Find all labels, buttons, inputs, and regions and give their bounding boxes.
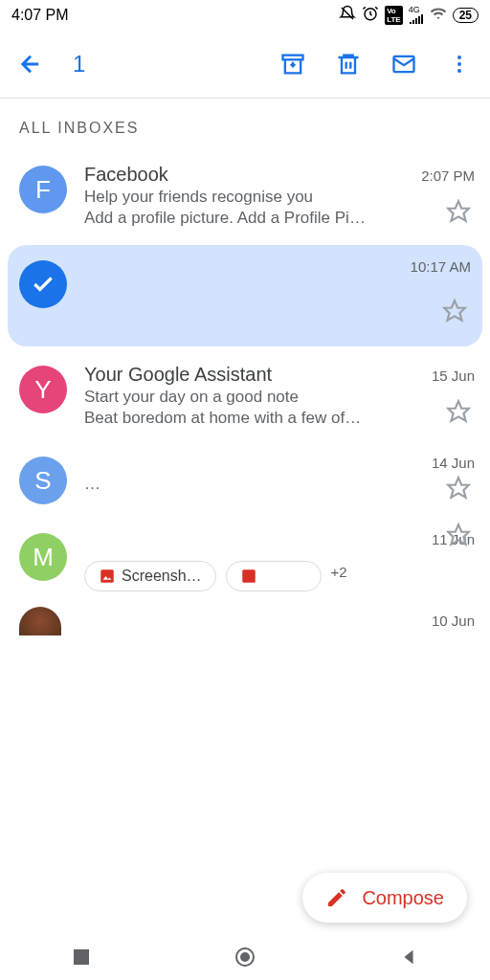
email-row[interactable]: S 14 Jun …: [0, 441, 490, 518]
time: 14 Jun: [432, 455, 475, 471]
app-bar: 1: [0, 31, 490, 98]
avatar[interactable]: M: [19, 533, 67, 581]
nav-back[interactable]: [380, 934, 437, 980]
svg-rect-11: [242, 569, 256, 583]
avatar[interactable]: S: [19, 457, 67, 504]
status-icons: VoLTE 4G 25: [339, 5, 479, 26]
nav-home[interactable]: [216, 934, 274, 980]
delete-button[interactable]: [325, 41, 371, 87]
svg-rect-1: [283, 56, 303, 60]
battery-indicator: 25: [453, 8, 479, 23]
svg-rect-13: [74, 949, 89, 965]
wifi-icon: [430, 5, 447, 26]
back-button[interactable]: [8, 41, 54, 87]
image-icon: [99, 568, 116, 585]
android-nav-bar: [0, 934, 490, 980]
subject: Help your friends recognise you: [84, 188, 475, 207]
svg-marker-6: [448, 201, 469, 221]
alarm-icon: [362, 5, 379, 26]
signal-icon: 4G: [409, 5, 424, 26]
more-button[interactable]: [436, 41, 482, 87]
svg-point-15: [240, 952, 250, 962]
avatar[interactable]: [19, 607, 61, 635]
time: 15 Jun: [432, 368, 475, 384]
email-row[interactable]: Y Your Google Assistant 15 Jun Start you…: [0, 350, 490, 441]
snippet: Add a profile picture. Add a Profile Pi…: [84, 209, 475, 228]
svg-rect-10: [100, 569, 114, 583]
svg-point-3: [457, 56, 461, 59]
svg-point-4: [457, 62, 461, 66]
svg-marker-9: [448, 478, 469, 498]
avatar[interactable]: Y: [19, 366, 67, 413]
time: 10 Jun: [432, 612, 475, 629]
sender: Facebook: [84, 164, 168, 186]
svg-marker-8: [448, 401, 469, 421]
attachment-name: Screensh…: [122, 568, 202, 585]
compose-label: Compose: [362, 887, 444, 909]
snippet: Beat boredom at home with a few of…: [84, 409, 475, 428]
archive-button[interactable]: [270, 41, 316, 87]
email-row[interactable]: F Facebook 2:07 PM Help your friends rec…: [0, 150, 490, 241]
email-row[interactable]: M 11 Jun Screensh… +2: [0, 518, 490, 597]
section-label: ALL INBOXES: [0, 99, 490, 150]
star-icon[interactable]: [446, 199, 471, 228]
status-bar: 4:07 PM VoLTE 4G 25: [0, 0, 490, 31]
attachment-chip[interactable]: [226, 561, 322, 591]
subject: Start your day on a good note: [84, 388, 475, 407]
svg-marker-12: [448, 524, 469, 545]
svg-marker-7: [444, 301, 465, 321]
pencil-icon: [325, 886, 348, 909]
snippet: …: [84, 475, 475, 494]
svg-point-5: [457, 69, 461, 73]
nav-recent[interactable]: [53, 934, 110, 980]
email-row-selected[interactable]: 10:17 AM: [8, 245, 482, 346]
volte-icon: VoLTE: [385, 6, 403, 25]
avatar-selected[interactable]: [19, 260, 67, 308]
attachment-more: +2: [331, 564, 347, 580]
image-icon: [240, 568, 257, 585]
selection-count: 1: [73, 51, 85, 78]
email-row-partial[interactable]: 10 Jun: [0, 597, 490, 635]
star-icon[interactable]: [442, 299, 467, 327]
status-time: 4:07 PM: [11, 7, 69, 24]
email-list: F Facebook 2:07 PM Help your friends rec…: [0, 150, 490, 635]
star-icon[interactable]: [446, 399, 471, 428]
mark-unread-button[interactable]: [381, 41, 427, 87]
time: 2:07 PM: [421, 167, 475, 184]
avatar[interactable]: F: [19, 166, 67, 213]
star-icon[interactable]: [446, 523, 471, 551]
star-icon[interactable]: [446, 476, 471, 504]
dnd-icon: [339, 5, 356, 26]
compose-button[interactable]: Compose: [302, 873, 467, 923]
sender: Your Google Assistant: [84, 364, 272, 386]
time: 10:17 AM: [411, 258, 471, 275]
attachment-chip[interactable]: Screensh…: [84, 561, 216, 591]
